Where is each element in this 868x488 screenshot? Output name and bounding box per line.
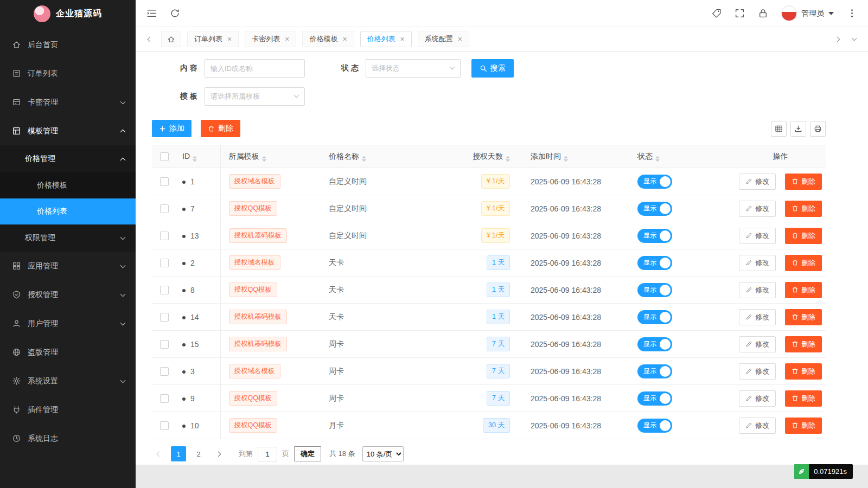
- tabs-scroll-left-icon[interactable]: [144, 31, 155, 47]
- close-icon[interactable]: ×: [400, 35, 405, 43]
- close-icon[interactable]: ×: [458, 35, 462, 43]
- status-toggle[interactable]: 显示: [637, 283, 672, 297]
- template-select[interactable]: 请选择所属模板: [205, 87, 305, 106]
- sidebar-item-price-list[interactable]: 价格列表: [0, 198, 136, 224]
- tab-order-list[interactable]: 订单列表 ×: [187, 31, 239, 47]
- close-icon[interactable]: ×: [342, 35, 347, 43]
- add-button[interactable]: 添加: [152, 120, 192, 137]
- close-icon[interactable]: ×: [227, 35, 232, 43]
- row-checkbox[interactable]: [160, 177, 169, 186]
- delete-button[interactable]: 删除: [785, 363, 822, 380]
- status-toggle[interactable]: 显示: [637, 391, 672, 406]
- status-select[interactable]: 选择状态: [366, 59, 461, 78]
- goto-confirm-button[interactable]: 确定: [294, 446, 321, 461]
- header-price-name[interactable]: 价格名称: [321, 145, 468, 168]
- header-status[interactable]: 状态: [628, 145, 735, 168]
- delete-button[interactable]: 删除: [785, 255, 822, 271]
- content-input[interactable]: [205, 59, 305, 78]
- delete-button[interactable]: 删除: [785, 336, 822, 352]
- sidebar-item-dashboard[interactable]: 后台首页: [0, 30, 136, 59]
- sidebar-item-card-keys[interactable]: 卡密管理: [0, 88, 136, 117]
- sidebar-item-price-management[interactable]: 价格管理: [0, 145, 136, 172]
- print-icon[interactable]: [810, 121, 826, 137]
- header-id[interactable]: ID: [177, 145, 220, 168]
- lock-icon[interactable]: [758, 8, 768, 18]
- delete-button[interactable]: 删除: [785, 228, 822, 244]
- row-checkbox[interactable]: [160, 286, 169, 294]
- sidebar-item-orders[interactable]: 订单列表: [0, 59, 136, 88]
- edit-button[interactable]: 修改: [739, 309, 776, 325]
- delete-button[interactable]: 删除: [785, 309, 822, 325]
- tab-card-key-list[interactable]: 卡密列表 ×: [245, 31, 296, 47]
- sidebar-item-system-settings[interactable]: 系统设置: [0, 367, 136, 395]
- delete-button[interactable]: 删除: [785, 418, 822, 434]
- sidebar-item-templates[interactable]: 模板管理: [0, 117, 136, 145]
- tab-system-config[interactable]: 系统配置 ×: [418, 31, 469, 47]
- row-checkbox[interactable]: [160, 313, 169, 322]
- select-all-checkbox[interactable]: [160, 152, 169, 161]
- status-toggle[interactable]: 显示: [637, 256, 672, 270]
- search-button[interactable]: 搜索: [471, 59, 514, 78]
- header-template[interactable]: 所属模板: [220, 145, 321, 168]
- columns-icon[interactable]: [771, 121, 787, 137]
- row-checkbox[interactable]: [160, 394, 169, 403]
- edit-button[interactable]: 修改: [739, 282, 776, 298]
- goto-page-input[interactable]: [258, 447, 277, 461]
- delete-button[interactable]: 删除: [785, 282, 822, 298]
- delete-button[interactable]: 删除: [785, 174, 822, 190]
- status-toggle[interactable]: 显示: [637, 175, 672, 189]
- page-number-2[interactable]: 2: [191, 446, 206, 461]
- row-checkbox[interactable]: [160, 232, 169, 240]
- sidebar-item-piracy[interactable]: 盗版管理: [0, 338, 136, 367]
- edit-button[interactable]: 修改: [739, 418, 776, 434]
- sidebar-item-permission-management[interactable]: 权限管理: [0, 224, 136, 252]
- tabs-scroll-right-icon[interactable]: [832, 31, 843, 47]
- row-checkbox[interactable]: [160, 367, 169, 376]
- edit-button[interactable]: 修改: [739, 336, 776, 352]
- edit-button[interactable]: 修改: [739, 390, 776, 407]
- fullscreen-icon[interactable]: [735, 8, 745, 18]
- tag-icon[interactable]: [711, 8, 722, 18]
- refresh-icon[interactable]: [170, 8, 180, 18]
- tab-price-template[interactable]: 价格模板 ×: [302, 31, 354, 47]
- status-toggle[interactable]: 显示: [637, 310, 672, 324]
- row-checkbox[interactable]: [160, 204, 169, 213]
- toggle-knob: [660, 339, 671, 350]
- status-toggle[interactable]: 显示: [637, 229, 672, 243]
- tab-price-list[interactable]: 价格列表 ×: [360, 31, 412, 47]
- more-menu-icon[interactable]: [847, 8, 857, 18]
- prev-page-icon[interactable]: [152, 446, 166, 461]
- sidebar-item-system-logs[interactable]: 系统日志: [0, 424, 136, 453]
- batch-delete-button[interactable]: 删除: [201, 120, 240, 137]
- close-icon[interactable]: ×: [285, 35, 289, 43]
- edit-button[interactable]: 修改: [739, 201, 776, 217]
- sidebar-item-price-template[interactable]: 价格模板: [0, 172, 136, 198]
- edit-button[interactable]: 修改: [739, 255, 776, 271]
- row-checkbox[interactable]: [160, 340, 169, 349]
- delete-button[interactable]: 删除: [785, 390, 822, 407]
- status-toggle[interactable]: 显示: [637, 364, 672, 378]
- page-number-1[interactable]: 1: [171, 446, 186, 461]
- sidebar-item-authorization[interactable]: 授权管理: [0, 280, 136, 309]
- user-menu[interactable]: 管理员: [781, 5, 834, 21]
- next-page-icon[interactable]: [211, 446, 225, 461]
- edit-button[interactable]: 修改: [739, 174, 776, 190]
- row-checkbox[interactable]: [160, 259, 169, 267]
- header-days[interactable]: 授权天数: [468, 145, 520, 168]
- edit-button[interactable]: 修改: [739, 363, 776, 380]
- sidebar-item-plugins[interactable]: 插件管理: [0, 395, 136, 424]
- status-toggle[interactable]: 显示: [637, 202, 672, 216]
- tabs-menu-icon[interactable]: [848, 31, 859, 47]
- tab-home[interactable]: [161, 31, 181, 47]
- edit-button[interactable]: 修改: [739, 228, 776, 244]
- header-created-time[interactable]: 添加时间: [520, 145, 628, 168]
- status-toggle[interactable]: 显示: [637, 337, 672, 351]
- sidebar-item-applications[interactable]: 应用管理: [0, 252, 136, 280]
- delete-button[interactable]: 删除: [785, 201, 822, 217]
- page-size-select[interactable]: 10 条/页: [362, 446, 404, 461]
- status-toggle[interactable]: 显示: [637, 419, 672, 433]
- collapse-sidebar-icon[interactable]: [146, 8, 157, 18]
- row-checkbox[interactable]: [160, 421, 169, 430]
- sidebar-item-users[interactable]: 用户管理: [0, 309, 136, 338]
- export-icon[interactable]: [790, 121, 806, 137]
